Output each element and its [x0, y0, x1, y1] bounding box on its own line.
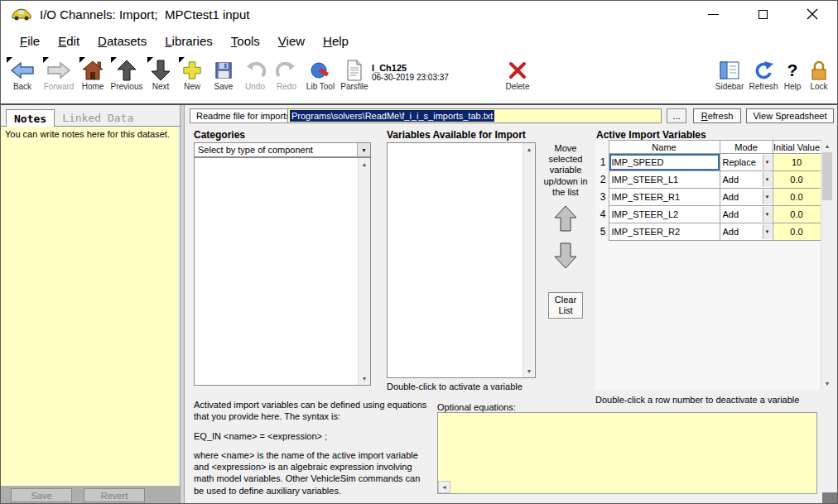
scroll-down-icon[interactable]: ▼	[523, 365, 535, 377]
undo-button[interactable]: Undo	[239, 56, 271, 91]
variable-name-text: IMP_SPEED	[612, 157, 664, 167]
parsfile-timestamp: 06-30-2019 23:03:37	[372, 73, 465, 82]
active-import-table-body: 1 IMP_SPEED Replace▼ 10 2 IMP_STEER_L1 A…	[595, 154, 821, 241]
tab-notes[interactable]: Notes	[6, 109, 55, 127]
refresh-toolbar-button[interactable]: Refresh	[748, 56, 779, 91]
home-icon	[82, 59, 104, 82]
parsfile-info: I_Ch125 06-30-2019 23:03:37	[372, 56, 465, 82]
mode-cell[interactable]: Add▼	[720, 189, 773, 206]
menu-datasets[interactable]: Datasets	[89, 30, 156, 52]
lock-button[interactable]: Lock	[806, 56, 832, 91]
row-number-cell[interactable]: 5	[595, 223, 609, 241]
scroll-up-icon[interactable]: ▲	[359, 158, 370, 170]
new-button[interactable]: New	[176, 56, 208, 91]
mode-cell[interactable]: Add▼	[720, 206, 773, 223]
initial-value-cell[interactable]: 0.0	[773, 223, 821, 241]
previous-button[interactable]: Previous	[108, 56, 145, 91]
active-table-scrollbar[interactable]: ▲ ▼	[821, 140, 833, 390]
notes-input[interactable]: You can write notes here for this datase…	[1, 127, 178, 486]
lib-tool-button[interactable]: Lib Tool	[302, 56, 339, 91]
resize-grip[interactable]	[822, 492, 837, 503]
chevron-down-icon[interactable]: ▼	[763, 207, 772, 222]
revert-button[interactable]: Revert	[84, 488, 145, 502]
chevron-down-icon[interactable]: ▼	[357, 143, 370, 156]
maximize-button[interactable]	[738, 1, 787, 27]
delete-button[interactable]: Delete	[499, 56, 536, 91]
column-header-initial-value: Initial Value	[773, 141, 821, 154]
scroll-left-icon[interactable]: ◄	[438, 481, 450, 493]
chevron-down-icon[interactable]: ▼	[763, 172, 772, 187]
minimize-button[interactable]	[688, 1, 738, 27]
variable-name-cell[interactable]: IMP_STEER_R1	[609, 189, 720, 206]
initial-value-cell[interactable]: 10	[773, 154, 821, 171]
variable-name-cell[interactable]: IMP_STEER_L2	[609, 206, 720, 223]
initial-value-cell[interactable]: 0.0	[773, 189, 821, 206]
variable-name-text: IMP_STEER_L2	[612, 209, 679, 219]
scroll-down-icon[interactable]: ▼	[821, 377, 833, 390]
tab-linked-data[interactable]: Linked Data	[55, 109, 141, 126]
category-type-dropdown[interactable]: Select by type of component ▼	[194, 142, 371, 157]
parsfile-button[interactable]: Parsfile	[339, 56, 370, 91]
move-up-button[interactable]	[538, 205, 593, 235]
menu-edit[interactable]: Edit	[49, 30, 89, 52]
scroll-down-icon[interactable]: ▼	[359, 372, 370, 385]
variable-name-cell[interactable]: IMP_STEER_L1	[609, 171, 720, 189]
forward-button[interactable]: Forward	[41, 56, 77, 91]
save-floppy-icon	[214, 59, 233, 82]
available-variables-hint: Double-click to activate a variable	[387, 382, 523, 391]
redo-button[interactable]: Redo	[271, 56, 302, 91]
save-dataset-button[interactable]: Save	[11, 488, 72, 502]
move-down-button[interactable]	[538, 242, 593, 272]
active-import-variables-widget: Name Mode Initial Value 1 IMP_SPEED Repl…	[595, 140, 833, 390]
chevron-down-icon[interactable]: ▼	[763, 224, 772, 239]
row-number-cell[interactable]: 2	[595, 171, 609, 189]
menu-tools[interactable]: Tools	[222, 30, 269, 52]
refresh-readme-button[interactable]: Refresh	[693, 108, 741, 123]
back-arrow-icon	[10, 59, 35, 82]
available-variables-scrollbar[interactable]: ▲ ▼	[523, 143, 535, 377]
panel-divider	[180, 105, 185, 504]
table-row: 3 IMP_STEER_R1 Add▼ 0.0	[595, 189, 821, 206]
categories-title: Categories	[194, 129, 245, 141]
column-header-name: Name	[609, 141, 720, 154]
menu-file[interactable]: File	[11, 30, 49, 52]
categories-listbox[interactable]: ▲ ▼	[194, 157, 371, 386]
close-button[interactable]	[787, 1, 837, 27]
view-spreadsheet-button[interactable]: View Spreadsheet	[746, 108, 834, 123]
clear-list-button[interactable]: Clear List	[548, 292, 583, 319]
scroll-up-icon[interactable]: ▲	[523, 143, 535, 156]
scrollbar-thumb[interactable]	[822, 152, 832, 200]
readme-label-button[interactable]: Readme file for imports:	[190, 108, 300, 123]
home-button[interactable]: Home	[77, 56, 108, 91]
next-button[interactable]: Next	[145, 56, 176, 91]
lock-padlock-icon	[811, 59, 827, 82]
row-number-cell[interactable]: 3	[595, 189, 609, 206]
mode-cell[interactable]: Add▼	[720, 171, 773, 189]
sidebar-panel-icon	[720, 59, 739, 82]
table-row: 5 IMP_STEER_R2 Add▼ 0.0	[595, 223, 821, 241]
help-button[interactable]: ? Help	[779, 56, 806, 91]
sidebar-toggle-button[interactable]: Sidebar	[711, 56, 748, 91]
variable-name-cell[interactable]: IMP_STEER_R2	[609, 223, 720, 241]
available-variables-listbox[interactable]: ▲ ▼	[387, 142, 536, 378]
initial-value-cell[interactable]: 0.0	[773, 171, 821, 189]
readme-path-field[interactable]: Programs\solvers\ReadMe\f_i_i_s_imports_…	[287, 108, 662, 123]
variable-mover: Move selected variable up/down in the li…	[538, 143, 593, 319]
menu-help[interactable]: Help	[314, 30, 358, 52]
chevron-down-icon[interactable]: ▼	[763, 155, 772, 170]
mode-cell[interactable]: Add▼	[720, 223, 773, 241]
browse-button[interactable]: ...	[667, 108, 686, 123]
scroll-up-icon[interactable]: ▲	[821, 140, 833, 152]
mode-cell[interactable]: Replace▼	[720, 154, 773, 171]
chevron-down-icon[interactable]: ▼	[763, 190, 772, 204]
menu-libraries[interactable]: Libraries	[156, 30, 222, 52]
row-number-cell[interactable]: 4	[595, 206, 609, 223]
save-button[interactable]: Save	[208, 56, 239, 91]
optional-equations-input[interactable]	[437, 412, 817, 494]
menu-view[interactable]: View	[269, 30, 314, 52]
row-number-cell[interactable]: 1	[595, 154, 609, 171]
variable-name-cell[interactable]: IMP_SPEED	[609, 154, 720, 171]
categories-scrollbar[interactable]: ▲ ▼	[358, 158, 370, 385]
initial-value-cell[interactable]: 0.0	[773, 206, 821, 223]
back-button[interactable]: Back	[4, 56, 41, 91]
